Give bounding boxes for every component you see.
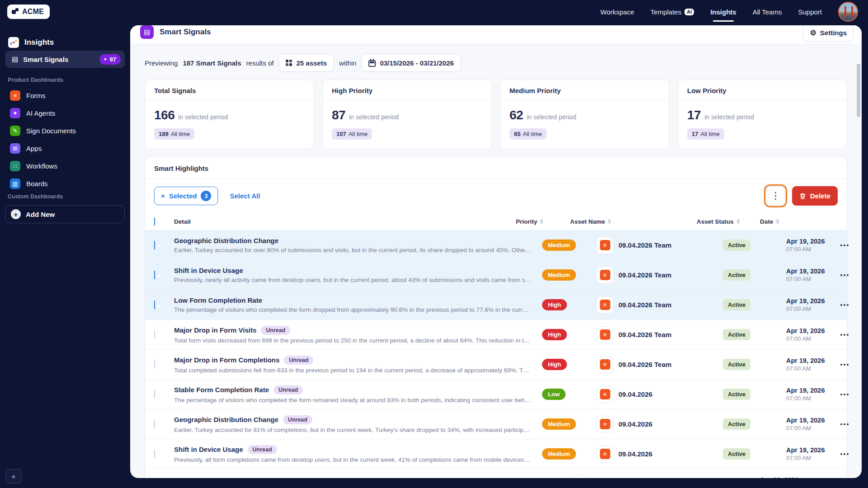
table-header: DetailPriorityAsset NameAsset StatusDate bbox=[145, 213, 847, 230]
all-time-label: All time bbox=[349, 131, 368, 137]
table-row[interactable]: Shift in Device UsageUnreadPreviously, a… bbox=[145, 439, 847, 469]
nav-item-label: Workspace bbox=[600, 8, 634, 16]
priority-cell: High bbox=[542, 299, 596, 310]
row-checkbox[interactable] bbox=[154, 241, 155, 249]
row-date: Apr 19, 2026 bbox=[786, 327, 840, 334]
sidebar-item-forms[interactable]: ≡Forms bbox=[5, 87, 125, 104]
assets-selector[interactable]: 25 assets bbox=[278, 54, 334, 72]
menu-cell bbox=[840, 391, 862, 398]
row-menu-button[interactable] bbox=[840, 361, 862, 368]
stat-card-total-signals: Total Signals166in selected period189All… bbox=[145, 80, 314, 149]
row-menu-button[interactable] bbox=[840, 242, 862, 249]
select-all-checkbox[interactable] bbox=[154, 218, 155, 225]
previewing-label: Previewing bbox=[145, 59, 178, 67]
form-asset-icon: ≡ bbox=[600, 240, 610, 250]
nav-item-templates[interactable]: TemplatesAI bbox=[651, 8, 694, 16]
add-new-button[interactable]: + Add New bbox=[5, 205, 125, 223]
table-row[interactable]: Shift in Device UsagePreviously, nearly … bbox=[145, 260, 847, 290]
detail-cell: Geographic Distribution ChangeUnreadEarl… bbox=[174, 410, 542, 438]
row-checkbox[interactable] bbox=[154, 300, 155, 309]
stat-period-label: in selected period bbox=[704, 113, 754, 121]
stat-card-body: 17in selected period17All time bbox=[678, 100, 847, 140]
form-asset-icon: ≡ bbox=[600, 329, 610, 340]
asset-name: 09.04.2026 Team bbox=[618, 301, 671, 309]
asset-name: 09.04.2026 bbox=[618, 420, 652, 428]
acme-logo[interactable]: ACME bbox=[7, 5, 50, 19]
priority-badge: High bbox=[542, 299, 567, 310]
all-time-label: All time bbox=[700, 131, 720, 137]
column-header-priority[interactable]: Priority bbox=[516, 218, 570, 225]
acme-logo-icon bbox=[12, 8, 19, 16]
sort-icon[interactable] bbox=[540, 219, 543, 224]
table-row[interactable]: Geographic Distribution ChangeUnreadEarl… bbox=[145, 409, 847, 439]
nav-item-insights[interactable]: Insights bbox=[710, 8, 736, 16]
page-title: Smart Signals bbox=[160, 28, 211, 37]
unread-badge: Unread bbox=[284, 356, 313, 365]
settings-button[interactable]: ⚙ Settings bbox=[803, 25, 854, 42]
sidebar-item-smart-signals[interactable]: ▤ Smart Signals ✦ 97 bbox=[5, 51, 125, 68]
nav-item-support[interactable]: Support bbox=[798, 8, 822, 16]
row-checkbox[interactable] bbox=[154, 330, 155, 339]
table-row[interactable]: Low Form Completion RateThe percentage o… bbox=[145, 290, 847, 319]
column-label: Date bbox=[760, 218, 773, 225]
sort-icon[interactable] bbox=[608, 219, 611, 224]
table-row[interactable]: Major Drop in Form CompletionsUnreadTota… bbox=[145, 349, 847, 379]
asset-cell: ≡09.04.2026 bbox=[596, 386, 723, 403]
sort-icon[interactable] bbox=[736, 219, 740, 224]
detail-cell: Shift in Device UsageUnreadPreviously, a… bbox=[174, 440, 542, 468]
top-navigation: WorkspaceTemplatesAIInsightsAll TeamsSup… bbox=[130, 0, 868, 23]
form-asset-icon: ≡ bbox=[600, 449, 610, 459]
sidebar-item-ai-agents[interactable]: ✦AI Agents bbox=[5, 104, 125, 122]
row-menu-button[interactable] bbox=[840, 421, 862, 428]
sidebar-collapse-button[interactable]: « bbox=[5, 469, 22, 483]
sort-icon[interactable] bbox=[776, 219, 779, 224]
row-date: Apr 19, 2026 bbox=[786, 357, 840, 364]
row-checkbox[interactable] bbox=[154, 420, 155, 428]
close-icon: × bbox=[161, 192, 165, 200]
column-header-detail: Detail bbox=[174, 218, 516, 225]
column-header-asset-status[interactable]: Asset Status bbox=[697, 218, 760, 225]
asset-icon-frame: ≡ bbox=[596, 356, 613, 373]
asset-cell: ≡09.04.2026 Team bbox=[596, 326, 723, 343]
row-checkbox[interactable] bbox=[154, 450, 155, 458]
nav-item-all-teams[interactable]: All Teams bbox=[753, 8, 782, 16]
status-cell: Active bbox=[723, 448, 786, 460]
row-menu-button[interactable] bbox=[840, 391, 862, 398]
smart-signals-icon: ▤ bbox=[12, 55, 18, 63]
row-menu-button[interactable] bbox=[840, 272, 862, 279]
sidebar-item-workflows[interactable]: ∷Workflows bbox=[5, 157, 125, 175]
table-row[interactable]: Geographic Distribution ChangeEarlier, T… bbox=[145, 230, 847, 260]
user-avatar[interactable] bbox=[838, 2, 858, 22]
row-menu-button[interactable] bbox=[840, 450, 862, 458]
checkbox-cell bbox=[154, 218, 174, 225]
select-all-link[interactable]: Select All bbox=[230, 192, 260, 200]
scrollbar-thumb[interactable] bbox=[857, 64, 860, 117]
column-header-date[interactable]: Date bbox=[760, 218, 814, 225]
column-header-asset-name[interactable]: Asset Name bbox=[570, 218, 697, 225]
row-menu-button[interactable] bbox=[840, 331, 862, 338]
date-range-selector[interactable]: 03/15/2026 - 03/21/2026 bbox=[361, 54, 461, 72]
row-checkbox[interactable] bbox=[154, 390, 155, 399]
nav-item-workspace[interactable]: Workspace bbox=[600, 8, 634, 16]
asset-cell: ≡09.04.2026 Team bbox=[596, 237, 723, 254]
checkbox-cell bbox=[154, 450, 174, 458]
table-row[interactable]: Significant Drop in Form Visits and Comp… bbox=[145, 469, 847, 478]
asset-icon-frame: ≡ bbox=[596, 326, 613, 343]
table-row[interactable]: Stable Form Completion RateUnreadThe per… bbox=[145, 379, 847, 409]
stat-value: 17 bbox=[687, 108, 701, 122]
row-menu-button[interactable] bbox=[840, 301, 862, 309]
row-title: Geographic Distribution Change bbox=[174, 416, 278, 423]
sidebar-item-sign-documents[interactable]: ✎Sign Documents bbox=[5, 122, 125, 140]
clear-selection-button[interactable]: × Selected 3 bbox=[154, 187, 218, 205]
more-options-button[interactable] bbox=[766, 186, 785, 206]
menu-cell bbox=[840, 361, 862, 368]
sidebar-item-label: Apps bbox=[26, 145, 42, 152]
table-row[interactable]: Major Drop in Form VisitsUnreadTotal for… bbox=[145, 319, 847, 349]
sidebar-item-apps[interactable]: ⊞Apps bbox=[5, 140, 125, 157]
row-checkbox[interactable] bbox=[154, 271, 155, 279]
row-checkbox[interactable] bbox=[154, 360, 155, 369]
sidebar-item-boards[interactable]: ▥Boards bbox=[5, 175, 125, 192]
row-title: Shift in Device Usage bbox=[174, 267, 243, 274]
delete-button[interactable]: Delete bbox=[792, 186, 838, 206]
chevron-double-left-icon: « bbox=[12, 473, 15, 480]
